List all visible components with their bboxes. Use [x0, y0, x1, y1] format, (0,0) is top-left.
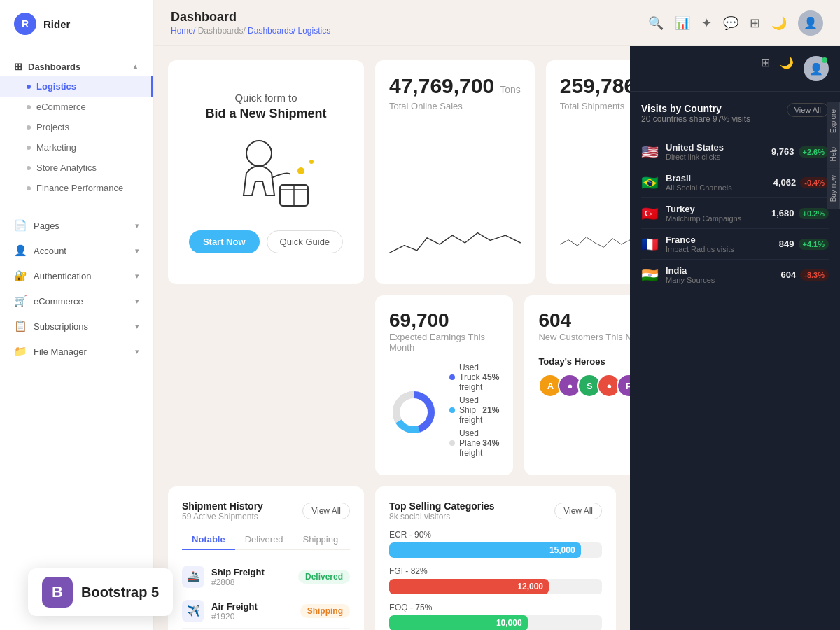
sidebar-item-ecommerce[interactable]: eCommerce: [0, 97, 153, 117]
country-change: +4.1%: [799, 239, 830, 250]
nav-item-subscriptions[interactable]: 📋 Subscriptions ▾: [0, 314, 153, 339]
chevron-icon: ▾: [135, 322, 139, 331]
tab-delivered[interactable]: Delivered: [235, 530, 293, 550]
stat-unit: Tons: [500, 84, 521, 95]
sidebar-item-store-analytics[interactable]: Store Analytics: [0, 158, 153, 178]
dark-header: ⊞ 🌙 👤: [630, 46, 840, 92]
shipment-item: ✈️ Air Freight #1920 Shipping: [182, 594, 350, 629]
svg-point-3: [309, 160, 314, 164]
settings-icon[interactable]: ✦: [701, 15, 712, 31]
analytics-icon[interactable]: 📊: [675, 15, 690, 31]
grid-icon[interactable]: ⊞: [750, 15, 760, 31]
donut-legend: Used Truck freight 45% Used Ship freight…: [449, 363, 499, 461]
donut-section: Used Truck freight 45% Used Ship freight…: [389, 363, 499, 461]
country-stats: 4,062 -0.4%: [774, 177, 829, 188]
subscriptions-icon: 📋: [14, 320, 27, 332]
nav-label: Subscriptions: [34, 321, 88, 332]
quick-guide-button[interactable]: Quick Guide: [267, 230, 344, 253]
dot: [27, 166, 31, 170]
category-row-eoq: EOQ - 75% 10,000: [389, 603, 602, 630]
dashboards-label: Dashboards: [28, 62, 80, 72]
grid-view-icon[interactable]: ⊞: [761, 56, 770, 81]
shipment-status: Delivered: [298, 570, 350, 584]
stat-label: Total Online Sales: [389, 101, 521, 111]
chevron-icon: ▾: [135, 297, 139, 306]
logo-icon: R: [14, 13, 36, 35]
auth-icon: 🔐: [14, 270, 27, 282]
breadcrumb-current: Logistics: [298, 26, 330, 36]
chevron-icon: ▾: [135, 246, 139, 255]
page-title: Dashboard: [171, 10, 330, 24]
shipment-card-header: Shipment History 59 Active Shipments Vie…: [182, 500, 350, 522]
categories-header: Top Selling Categories 8k social visitor…: [389, 500, 602, 522]
dashboards-section: ⊞ Dashboards ▲ Logistics eCommerce Proje…: [0, 48, 153, 201]
content: Quick form to Bid a New Shipment: [154, 46, 840, 630]
message-icon[interactable]: 💬: [723, 15, 738, 31]
categories-list: ECR - 90% 15,000 FGI - 82% 1: [389, 530, 602, 630]
dot: [27, 105, 31, 109]
nav-item-pages[interactable]: 📄 Pages ▾: [0, 213, 153, 238]
svg-point-0: [246, 141, 272, 166]
dot: [27, 186, 31, 190]
category-row-fgi: FGI - 82% 12,000: [389, 566, 602, 594]
country-item-us: 🇺🇸 United States Direct link clicks 9,76…: [641, 136, 829, 167]
visits-view-all-button[interactable]: View All: [787, 103, 829, 117]
bid-illustration: [210, 132, 322, 216]
shipment-tabs: Notable Delivered Shipping: [182, 530, 350, 550]
sidebar-item-finance-performance[interactable]: Finance Performance: [0, 178, 153, 198]
sidebar-item-label: Marketing: [36, 142, 76, 153]
explore-tab[interactable]: Explore: [827, 102, 840, 140]
customers-card: 604 New Customers This Month Today's Her…: [524, 295, 630, 475]
categories-view-all-button[interactable]: View All: [554, 503, 602, 519]
country-stats: 1,680 +0.2%: [771, 208, 829, 219]
moon-icon[interactable]: 🌙: [771, 15, 787, 31]
country-visits: 1,680: [771, 208, 794, 218]
legend-dot: [449, 374, 455, 380]
country-stats: 9,763 +2.6%: [771, 146, 829, 158]
dashboards-header[interactable]: ⊞ Dashboards ▲: [0, 57, 153, 76]
sidebar-item-logistics[interactable]: Logistics: [0, 76, 153, 97]
app-name: Rider: [43, 18, 70, 30]
sidebar-item-projects[interactable]: Projects: [0, 117, 153, 137]
country-sub: Impact Radius visits: [666, 245, 734, 253]
main-area: Dashboard Home/ Dashboards/ Dashboards/ …: [154, 0, 840, 630]
shipment-view-all-button[interactable]: View All: [302, 503, 350, 519]
category-row-ecr: ECR - 90% 15,000: [389, 530, 602, 558]
us-flag: 🇺🇸: [641, 144, 659, 160]
right-panel: ⊞ 🌙 👤 Explore Help Buy now Visit: [630, 46, 840, 630]
nav-item-authentication[interactable]: 🔐 Authentication ▾: [0, 263, 153, 288]
tab-shipping[interactable]: Shipping: [293, 530, 349, 550]
legend-dot: [449, 407, 455, 413]
sidebar-item-marketing[interactable]: Marketing: [0, 137, 153, 158]
sidebar-item-label: eCommerce: [36, 102, 86, 112]
chevron-up-icon: ▲: [132, 62, 139, 71]
nav-item-account[interactable]: 👤 Account ▾: [0, 238, 153, 263]
tab-notable[interactable]: Notable: [182, 530, 235, 550]
categories-card: Top Selling Categories 8k social visitor…: [375, 486, 616, 630]
country-visits: 9,763: [771, 146, 794, 157]
country-sub: Many Sources: [666, 276, 715, 284]
customers-number: 604: [538, 309, 630, 332]
nav-item-file-manager[interactable]: 📁 File Manager ▾: [0, 339, 153, 364]
category-bar: 10,000: [389, 615, 528, 630]
country-item-in: 🇮🇳 India Many Sources 604 -8.3%: [641, 260, 829, 290]
visits-section: Visits by Country 20 countries share 97%…: [630, 92, 840, 630]
ecommerce-icon: 🛒: [14, 295, 27, 307]
category-bar-bg: 10,000: [389, 615, 602, 630]
sidebar-logo[interactable]: R Rider: [0, 0, 153, 48]
fr-flag: 🇫🇷: [641, 236, 659, 253]
category-label: ECR - 90%: [389, 530, 602, 540]
moon-dark-icon[interactable]: 🌙: [780, 56, 794, 81]
category-val: 12,000: [517, 582, 543, 592]
country-visits: 849: [779, 239, 794, 249]
stat-number: 259,786: [560, 74, 630, 97]
shipment-title: Shipment History: [182, 500, 263, 512]
in-flag: 🇮🇳: [641, 267, 659, 284]
earnings-card: 69,700 Expected Earnings This Month: [375, 295, 513, 475]
avatar[interactable]: 👤: [798, 10, 823, 36]
buy-now-tab[interactable]: Buy now: [827, 168, 840, 209]
help-tab[interactable]: Help: [827, 140, 840, 169]
start-now-button[interactable]: Start Now: [189, 230, 260, 253]
nav-item-ecommerce[interactable]: 🛒 eCommerce ▾: [0, 288, 153, 314]
search-icon[interactable]: 🔍: [648, 15, 664, 31]
